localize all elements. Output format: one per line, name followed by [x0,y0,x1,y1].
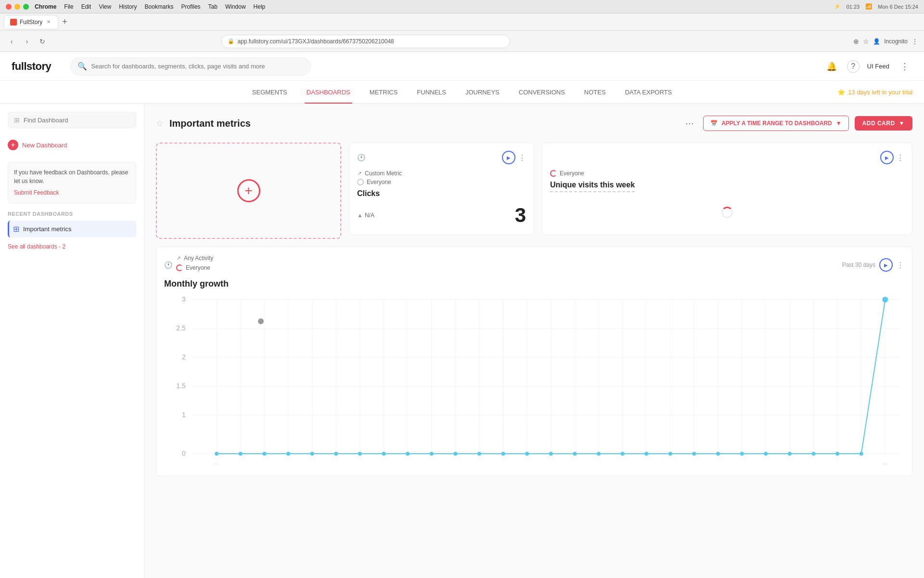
menu-history[interactable]: History [119,3,137,10]
svg-point-64 [764,452,768,456]
profile-label: Incognito [884,38,908,45]
tab-close-btn[interactable]: ✕ [45,19,52,26]
nav-metrics[interactable]: METRICS [368,82,400,104]
new-dashboard-plus-icon: + [8,140,18,150]
browser-icons: ⊕ ☆ 👤 Incognito ⋮ [853,38,918,45]
ui-feed-link[interactable]: UI Feed [867,63,889,70]
svg-point-43 [262,452,266,456]
add-card-placeholder[interactable]: + [156,143,341,239]
clicks-more-btn[interactable]: ⋮ [518,153,526,162]
nav-journeys[interactable]: JOURNEYS [463,82,501,104]
trial-star-icon: ⭐ [837,89,845,96]
main-nav: SEGMENTS DASHBOARDS METRICS FUNNELS JOUR… [0,81,924,104]
bookmark-icon[interactable]: ☆ [863,38,869,45]
svg-point-57 [597,452,601,456]
cards-grid: 🕐 ▶ ⋮ ↗ Custom Metric Everyone Clicks [156,143,912,476]
clicks-delta-label: N/A [365,212,374,219]
growth-metric-type: ↗ Any Activity [176,255,213,262]
nav-funnels[interactable]: FUNNELS [415,82,448,104]
help-btn[interactable]: ? [847,60,860,73]
sidebar-search[interactable]: ⊞ [8,112,136,128]
menu-profiles[interactable]: Profiles [181,3,201,10]
new-tab-btn[interactable]: + [60,17,69,27]
menu-view[interactable]: View [99,3,111,10]
unique-visits-play-btn[interactable]: ▶ [880,151,894,164]
clicks-card-header: 🕐 ▶ ⋮ [357,151,526,164]
new-dashboard-btn[interactable]: + New Dashboard [8,136,136,154]
nav-notes[interactable]: NOTES [582,82,608,104]
menu-bookmarks[interactable]: Bookmarks [145,3,174,10]
svg-text:...: ... [215,460,219,465]
address-bar[interactable]: 🔒 app.fullstory.com/ui/173GXJ/dashboards… [221,35,510,48]
submit-feedback-link[interactable]: Submit Feedback [14,188,130,197]
favorite-star-btn[interactable]: ☆ [156,118,164,129]
growth-segment-icon [176,264,183,271]
add-card-btn[interactable]: ADD CARD ▼ [855,116,912,131]
svg-point-42 [239,452,243,456]
menu-file[interactable]: File [64,3,73,10]
calendar-icon: 📅 [710,120,718,127]
search-input[interactable] [91,63,304,70]
growth-more-btn[interactable]: ⋮ [897,261,904,270]
more-browser-icon[interactable]: ⋮ [911,38,918,45]
svg-point-58 [621,452,625,456]
menu-tab[interactable]: Tab [208,3,218,10]
refresh-btn[interactable]: ↻ [37,36,48,47]
growth-title: Monthly growth [164,279,904,289]
menu-window[interactable]: Window [225,3,246,10]
nav-dashboards[interactable]: DASHBOARDS [305,82,352,104]
back-btn[interactable]: ‹ [6,36,17,47]
unique-visits-more-btn[interactable]: ⋮ [897,153,904,162]
time-range-btn[interactable]: 📅 APPLY A TIME RANGE TO DASHBOARD ▼ [703,116,848,131]
browser-tab-fullstory[interactable]: FullStory ✕ [4,15,58,29]
tab-title: FullStory [20,19,42,26]
main-dashboard-area: ☆ Important metrics ⋯ 📅 APPLY A TIME RAN… [144,104,924,578]
svg-point-47 [358,452,362,456]
nav-segments[interactable]: SEGMENTS [250,82,289,104]
clicks-play-btn[interactable]: ▶ [502,151,515,164]
dashboard-header: ☆ Important metrics ⋯ 📅 APPLY A TIME RAN… [156,116,912,131]
svg-point-51 [453,452,457,456]
search-bar[interactable]: 🔍 [70,57,311,76]
time-range-chevron-icon: ▼ [836,120,842,127]
profile-icon[interactable]: 👤 [873,38,880,45]
clicks-value: 3 [515,204,526,227]
dashboard-item-important-metrics[interactable]: ⊞ Important metrics [8,221,136,237]
notification-btn[interactable]: 🔔 [824,59,839,74]
forward-btn[interactable]: › [21,36,33,47]
menu-edit[interactable]: Edit [81,3,91,10]
trend-icon: ↗ [357,170,362,177]
svg-point-53 [501,452,505,456]
feedback-text: If you have feedback on Dashboards, plea… [14,169,128,184]
add-card-chevron-icon: ▼ [899,120,905,127]
macos-menu: Chrome File Edit View History Bookmarks … [35,3,265,10]
sidebar-search-icon: ⊞ [14,116,20,124]
uv-segment-icon [550,170,557,177]
menu-chrome[interactable]: Chrome [35,3,56,10]
header-more-btn[interactable]: ⋮ [897,59,912,74]
menu-help[interactable]: Help [254,3,266,10]
dashboard-header-actions: ⋯ 📅 APPLY A TIME RANGE TO DASHBOARD ▼ AD… [682,116,912,131]
header-right: 🔔 ? UI Feed ⋮ [824,59,912,74]
growth-segment-label: Everyone [186,264,210,271]
window-controls[interactable] [6,4,29,10]
svg-point-48 [382,452,385,456]
svg-point-49 [406,452,410,456]
dashboard-more-btn[interactable]: ⋯ [682,116,697,131]
unique-visits-card: ▶ ⋮ Everyone Unique visits this week [542,143,912,235]
minimize-btn[interactable] [14,4,20,10]
unique-visits-segment-label: Everyone [560,170,584,177]
nav-conversions[interactable]: CONVERSIONS [517,82,567,104]
see-all-dashboards-link[interactable]: See all dashboards - 2 [8,243,136,250]
wifi-icon: 📶 [865,3,872,10]
maximize-btn[interactable] [23,4,29,10]
nav-data-exports[interactable]: DATA EXPORTS [623,82,674,104]
extensions-icon[interactable]: ⊕ [853,38,859,45]
clicks-metric-type: ↗ Custom Metric [357,170,526,177]
clicks-footer: ▲ N/A 3 [357,204,526,227]
growth-play-btn[interactable]: ▶ [879,258,893,272]
browser-tab-bar: FullStory ✕ + [0,13,924,31]
find-dashboard-input[interactable] [24,117,130,124]
svg-point-56 [573,452,577,456]
close-btn[interactable] [6,4,12,10]
